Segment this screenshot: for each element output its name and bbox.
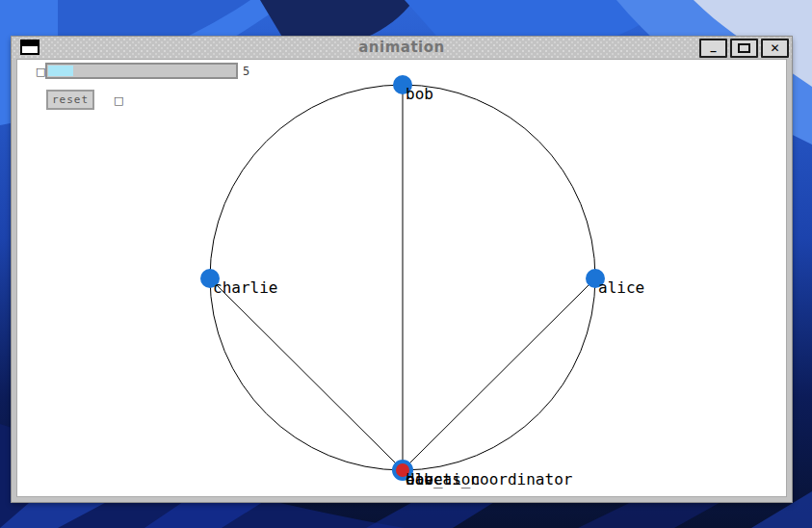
- node-label-bob: bob: [406, 87, 433, 102]
- window-controls: _ ✕: [699, 39, 789, 58]
- coordinator-label-2: bob_as_coordinator: [406, 472, 572, 488]
- node-label-charlie: charlie: [213, 280, 277, 296]
- canvas-area: □ 5 reset □ bobcharliealicedaveelectionb…: [17, 60, 786, 496]
- minimize-button[interactable]: _: [699, 39, 727, 58]
- app-window: animation _ ✕ □ 5 reset □ bobcharliealic…: [12, 37, 792, 502]
- maximize-button[interactable]: [730, 39, 758, 58]
- edge-alice-coordinator: [403, 278, 595, 470]
- window-title: animation: [12, 39, 792, 56]
- close-button[interactable]: ✕: [761, 39, 789, 58]
- edge-charlie-coordinator: [210, 278, 403, 470]
- title-bar[interactable]: animation _ ✕: [12, 37, 792, 60]
- node-label-alice: alice: [598, 280, 644, 296]
- minimize-icon: _: [711, 39, 717, 52]
- canvas-svg: [17, 60, 786, 496]
- maximize-icon: [738, 43, 750, 53]
- close-icon: ✕: [770, 41, 779, 55]
